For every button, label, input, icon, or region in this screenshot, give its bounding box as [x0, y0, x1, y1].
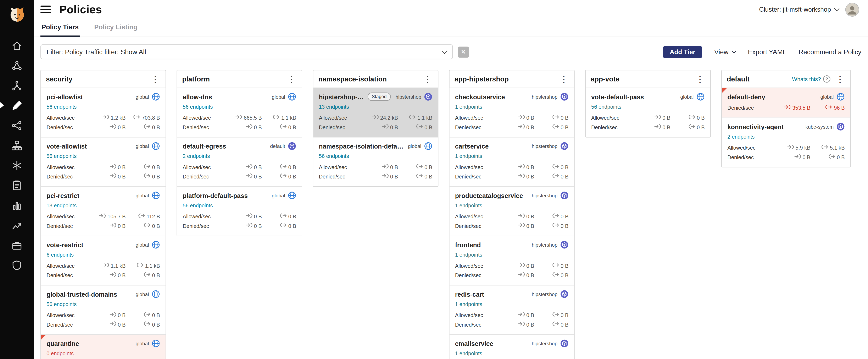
- tier-menu-button[interactable]: ⋮: [835, 75, 845, 83]
- stat-row: Denied/sec 0 B 0 B: [455, 122, 568, 132]
- tier-column-app-hipstershop: app-hipstershop ⋮ checkoutservice hipste…: [449, 70, 575, 359]
- ingress-value: 1.2 kB: [91, 113, 125, 122]
- endpoints-link[interactable]: 56 endpoints: [46, 301, 76, 307]
- endpoints-link[interactable]: 1 endpoints: [455, 252, 482, 258]
- tier-cards: pci-allowlist global 56 endpoints Allowe…: [41, 88, 165, 359]
- tab-policy-listing[interactable]: Policy Listing: [93, 19, 138, 37]
- policy-card[interactable]: pci-restrict global 13 endpoints Allowed…: [41, 186, 165, 236]
- tab-policy-tiers[interactable]: Policy Tiers: [40, 19, 80, 37]
- endpoints-link[interactable]: 1 endpoints: [455, 202, 482, 209]
- policy-board: security ⋮ pci-allowlist global 56 endpo…: [40, 70, 861, 359]
- sidebar-item-nodes[interactable]: [0, 155, 34, 175]
- policy-card[interactable]: emailservice hipstershop 1 endpoints All…: [450, 334, 574, 359]
- ingress-value: 0 B: [500, 172, 534, 181]
- policy-card-header: quarantine global: [46, 339, 160, 348]
- tier-menu-button[interactable]: ⋮: [558, 75, 569, 83]
- traffic-filter-select[interactable]: Filter: Policy Traffic filter: Show All: [40, 44, 453, 59]
- tier-menu-button[interactable]: ⋮: [286, 75, 297, 83]
- add-tier-button[interactable]: Add Tier: [663, 46, 702, 58]
- sidebar-item-threat-defense[interactable]: [0, 255, 34, 275]
- tier-header: app-vote ⋮: [586, 71, 710, 88]
- service-graph-icon: [11, 80, 23, 91]
- policy-card[interactable]: default-deny global Denied/sec 353.5 B 9…: [722, 88, 850, 118]
- policy-card[interactable]: allow-dns global 56 endpoints Allowed/se…: [177, 88, 302, 137]
- tier-menu-button[interactable]: ⋮: [150, 75, 161, 83]
- cluster-selector[interactable]: Cluster: jlt-msft-workshop: [759, 6, 839, 13]
- sidebar-item-policies[interactable]: [0, 95, 34, 115]
- tier-column-app-vote: app-vote ⋮ vote-default-pass global 56 e…: [585, 70, 711, 138]
- endpoints-link[interactable]: 56 endpoints: [46, 153, 76, 159]
- egress-arrow-icon: [552, 271, 559, 280]
- endpoints-link[interactable]: 1 endpoints: [455, 104, 482, 110]
- policy-card[interactable]: pci-allowlist global 56 endpoints Allowe…: [41, 88, 165, 137]
- endpoints-link[interactable]: 56 endpoints: [591, 104, 621, 110]
- user-avatar[interactable]: [845, 2, 859, 17]
- egress-value: 0 B: [130, 163, 160, 172]
- policy-card-header: hipstershop-gh... Staged hipstershop: [319, 93, 432, 101]
- policy-card[interactable]: cartservice hipstershop 1 endpoints Allo…: [450, 137, 574, 186]
- endpoints-link[interactable]: 56 endpoints: [46, 104, 76, 110]
- policy-card[interactable]: redis-cart hipstershop 1 endpoints Allow…: [450, 285, 574, 334]
- recommend-policy-button[interactable]: Recommend a Policy: [799, 48, 861, 56]
- clear-filter-button[interactable]: ×: [458, 46, 469, 57]
- sidebar-item-endpoints[interactable]: [0, 135, 34, 155]
- endpoints-link[interactable]: 2 endpoints: [183, 153, 210, 159]
- menu-icon[interactable]: [40, 5, 51, 13]
- endpoints-link[interactable]: 1 endpoints: [455, 301, 482, 307]
- ingress-arrow-icon: [518, 212, 525, 221]
- endpoints-link[interactable]: 13 endpoints: [46, 202, 76, 209]
- endpoints-link[interactable]: 56 endpoints: [319, 153, 349, 159]
- policy-card[interactable]: vote-allowlist global 56 endpoints Allow…: [41, 137, 165, 186]
- stat-row: Allowed/sec 1.1 kB 1.1 kB: [46, 261, 160, 271]
- policy-card[interactable]: quarantine global 0 endpoints: [41, 334, 165, 359]
- stat-row: Denied/sec 0 B 0 B: [183, 172, 296, 181]
- endpoints-link[interactable]: 56 endpoints: [183, 202, 213, 209]
- sidebar-item-network-sets[interactable]: [0, 115, 34, 135]
- sidebar-item-service-graph[interactable]: [0, 76, 34, 95]
- sidebar-item-workloads[interactable]: [0, 235, 34, 255]
- namespace-icon: [288, 142, 296, 150]
- policy-card[interactable]: namespace-isolation-default-p... global …: [313, 137, 438, 186]
- policy-card[interactable]: platform-default-pass global 56 endpoint…: [177, 186, 302, 236]
- policy-card[interactable]: global-trusted-domains global 56 endpoin…: [41, 285, 165, 334]
- policy-card-header: vote-allowlist global: [46, 142, 160, 150]
- policy-card[interactable]: konnectivity-agent kube-system 2 endpoin…: [722, 118, 850, 167]
- ingress-arrow-icon: [246, 221, 252, 230]
- policy-card-header: redis-cart hipstershop: [455, 290, 568, 298]
- endpoints-link[interactable]: 56 endpoints: [183, 104, 213, 110]
- policy-card[interactable]: hipstershop-gh... Staged hipstershop 13 …: [313, 88, 438, 137]
- egress-arrow-icon: [280, 122, 286, 132]
- sidebar-item-compliance[interactable]: [0, 175, 34, 195]
- tier-menu-button[interactable]: ⋮: [423, 75, 433, 83]
- endpoints-link[interactable]: 13 endpoints: [319, 104, 349, 110]
- policy-card[interactable]: vote-restrict global 6 endpoints Allowed…: [41, 236, 165, 285]
- policy-card[interactable]: productcatalogservice hipstershop 1 endp…: [450, 186, 574, 236]
- endpoints-link[interactable]: 1 endpoints: [455, 350, 482, 356]
- sidebar-item-activity[interactable]: [0, 195, 34, 215]
- sidebar-item-home[interactable]: [0, 35, 34, 55]
- stat-label: Allowed/sec: [455, 310, 500, 320]
- egress-value: 1.1 kB: [130, 261, 160, 271]
- policy-card[interactable]: default-egress default 2 endpoints Allow…: [177, 137, 302, 186]
- endpoints-link[interactable]: 0 endpoints: [46, 350, 74, 356]
- view-dropdown[interactable]: View: [714, 48, 736, 56]
- policy-card[interactable]: vote-default-pass global 56 endpoints Al…: [586, 88, 710, 137]
- stat-label: Allowed/sec: [455, 261, 500, 271]
- brand-logo-icon[interactable]: [7, 4, 27, 24]
- policy-card[interactable]: frontend hipstershop 1 endpoints Allowed…: [450, 236, 574, 285]
- sidebar-item-clusters[interactable]: [0, 55, 34, 76]
- ingress-arrow-icon: [102, 113, 109, 122]
- tier-menu-button[interactable]: ⋮: [695, 75, 705, 83]
- endpoints-link[interactable]: 6 endpoints: [46, 252, 74, 258]
- stat-row: Denied/sec 0 B 0 B: [319, 122, 432, 132]
- endpoints-link[interactable]: 1 endpoints: [455, 153, 482, 159]
- egress-arrow-icon: [144, 320, 150, 329]
- tier-header: app-hipstershop ⋮: [450, 71, 574, 88]
- sidebar-item-timeline[interactable]: [0, 215, 34, 235]
- endpoints-link[interactable]: 2 endpoints: [727, 134, 754, 140]
- tier-column-platform: platform ⋮ allow-dns global 56 endpoints…: [177, 70, 302, 236]
- whats-this-link[interactable]: Whats this??: [792, 76, 831, 83]
- export-yaml-button[interactable]: Export YAML: [748, 48, 786, 56]
- policy-card[interactable]: checkoutservice hipstershop 1 endpoints …: [450, 88, 574, 137]
- stat-row: Allowed/sec 105.7 B 112 B: [46, 212, 160, 221]
